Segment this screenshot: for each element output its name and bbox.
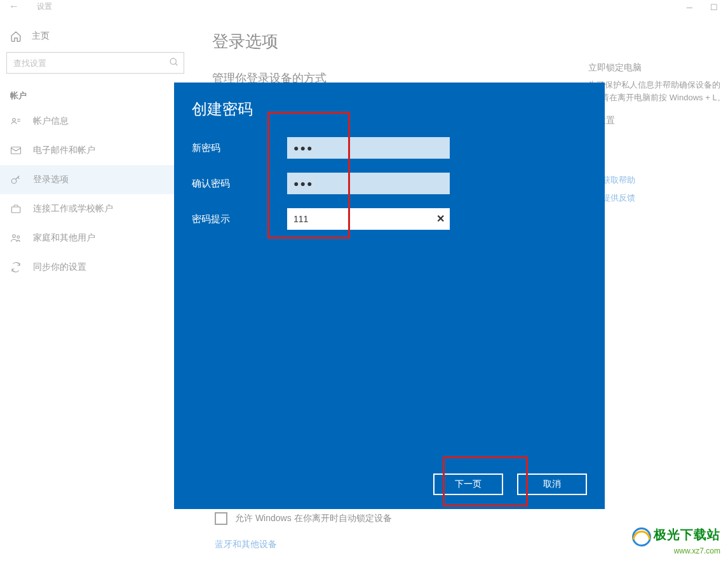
modal-footer: 下一页 取消 (192, 474, 587, 495)
cancel-button[interactable]: 取消 (517, 474, 587, 495)
clear-icon[interactable]: ✕ (436, 213, 445, 225)
confirm-password-input[interactable] (287, 173, 450, 194)
watermark-line1: 极光下载站 (654, 527, 720, 541)
password-hint-label: 密码提示 (192, 213, 287, 225)
new-password-input[interactable] (287, 137, 450, 159)
modal-title: 创建密码 (192, 99, 587, 119)
watermark: 极光下载站 www.xz7.com (632, 526, 720, 555)
confirm-password-label: 确认密码 (192, 178, 287, 190)
watermark-line2: www.xz7.com (632, 546, 720, 555)
create-password-modal: 创建密码 新密码 确认密码 密码提示 ✕ 下一页 取消 (174, 83, 605, 509)
new-password-label: 新密码 (192, 142, 287, 154)
password-hint-input[interactable] (287, 208, 450, 230)
row-new-password: 新密码 (192, 137, 587, 159)
row-confirm-password: 确认密码 (192, 173, 587, 194)
row-password-hint: 密码提示 ✕ (192, 208, 587, 230)
next-button[interactable]: 下一页 (433, 474, 503, 495)
watermark-logo-icon (632, 527, 651, 546)
